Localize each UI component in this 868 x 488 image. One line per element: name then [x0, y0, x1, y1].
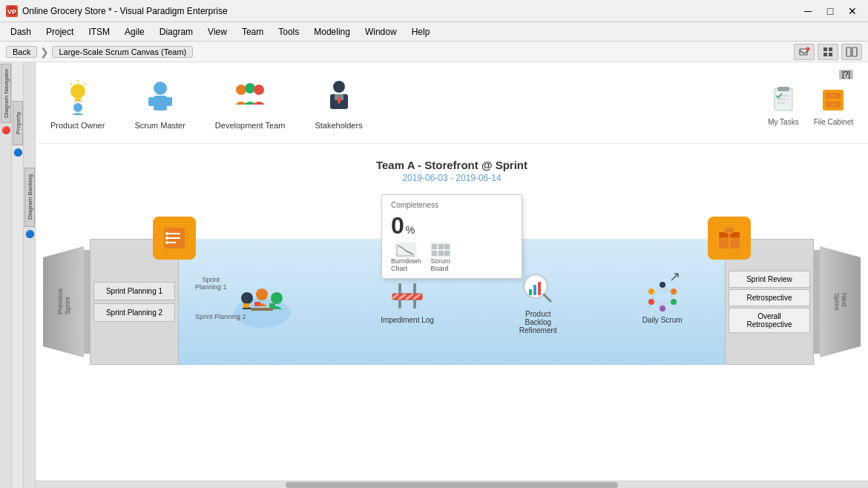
menu-project[interactable]: Project — [39, 25, 81, 39]
sprint-review-label: Sprint Review — [746, 275, 792, 283]
svg-rect-67 — [269, 303, 275, 308]
svg-point-17 — [154, 82, 167, 95]
sprint-review-box[interactable]: Sprint Review — [729, 271, 810, 288]
maximize-button[interactable]: □ — [821, 4, 840, 19]
svg-line-16 — [84, 83, 85, 85]
scrum-board-label: ScrumBoard — [431, 257, 450, 272]
file-cabinet-item[interactable]: File Cabinet — [814, 85, 853, 126]
diagram-backlog-tab[interactable]: Diagram Backlog — [24, 168, 35, 227]
scrollbar-thumb[interactable] — [286, 482, 619, 488]
svg-rect-78 — [413, 300, 416, 309]
svg-line-94 — [662, 300, 671, 306]
my-tasks-item[interactable]: My Tasks — [768, 85, 799, 126]
property-tab[interactable]: Property — [13, 101, 23, 145]
left-trophy-icon[interactable] — [153, 217, 196, 260]
menu-help[interactable]: Help — [404, 25, 438, 39]
development-team-item[interactable]: Development Team — [215, 76, 286, 130]
back-button[interactable]: Back — [6, 46, 37, 58]
svg-rect-20 — [166, 97, 172, 106]
scrum-master-item[interactable]: Scrum Master — [134, 76, 185, 130]
title-bar-controls[interactable]: ─ □ ✕ — [798, 4, 862, 19]
retrospective-box[interactable]: Retrospective — [729, 289, 810, 306]
menu-itsm[interactable]: ITSM — [81, 25, 117, 39]
development-team-label: Development Team — [215, 121, 286, 130]
burndown-label: BurndownChart — [391, 257, 421, 272]
previous-sprint-section: PreviousSprint — [43, 239, 90, 365]
sprint-canvas: Team A - Storefront @ Sprint 2019-06-03 … — [36, 144, 868, 481]
completeness-value-row: 0 % — [391, 212, 513, 240]
sprint-date: 2019-06-03 - 2019-06-14 — [402, 173, 501, 183]
scrum-board-item[interactable]: ScrumBoard — [430, 243, 451, 272]
close-button[interactable]: ✕ — [843, 4, 862, 19]
svg-line-97 — [654, 288, 662, 293]
svg-rect-83 — [538, 282, 541, 295]
property-icon[interactable]: 🔵 — [13, 148, 22, 156]
svg-rect-5 — [829, 47, 832, 51]
svg-rect-8 — [846, 47, 851, 56]
svg-rect-44 — [444, 244, 450, 249]
menu-tools[interactable]: Tools — [271, 25, 306, 39]
scrum-master-svg — [139, 76, 181, 118]
completeness-unit: % — [406, 224, 415, 236]
completeness-card: Completeness 0 % B — [381, 194, 522, 279]
menu-diagram[interactable]: Diagram — [152, 25, 200, 39]
sprint-planning-2-box[interactable]: Sprint Planning 2 — [93, 303, 175, 322]
layout-icon — [846, 46, 858, 58]
horizontal-scrollbar[interactable] — [36, 481, 868, 488]
layout-button[interactable] — [841, 44, 862, 60]
title-bar: VP Online Grocery Store * - Visual Parad… — [0, 0, 868, 22]
svg-rect-4 — [823, 47, 827, 51]
menu-window[interactable]: Window — [358, 25, 404, 39]
nav-icon-1[interactable]: 🔴 — [1, 126, 10, 134]
svg-rect-82 — [533, 285, 536, 295]
daily-scrum-item[interactable]: Daily Scrum — [642, 280, 683, 324]
completeness-title: Completeness — [391, 201, 513, 209]
right-trophy-icon[interactable] — [708, 217, 751, 260]
cursor-indicator: ↗ — [669, 268, 680, 285]
grid-button[interactable] — [818, 44, 838, 60]
impediment-log-item[interactable]: Impediment Log — [381, 280, 434, 324]
svg-rect-7 — [829, 53, 832, 56]
svg-point-23 — [254, 85, 264, 95]
my-tasks-icon — [769, 85, 798, 115]
svg-rect-64 — [251, 308, 273, 311]
svg-rect-47 — [444, 251, 450, 256]
burndown-chart-item[interactable]: BurndownChart — [391, 243, 421, 272]
svg-rect-18 — [154, 96, 167, 111]
team-working-svg — [228, 272, 295, 332]
product-owner-item[interactable]: Product Owner — [50, 76, 105, 130]
help-badge[interactable]: [?] — [839, 70, 853, 79]
stakeholders-item[interactable]: Stakeholders — [315, 76, 362, 130]
menu-dash[interactable]: Dash — [3, 25, 39, 39]
scrum-master-icon — [139, 76, 181, 118]
svg-point-22 — [245, 83, 255, 93]
svg-point-3 — [806, 47, 810, 50]
svg-point-52 — [165, 232, 168, 235]
file-cabinet-label: File Cabinet — [814, 118, 853, 126]
svg-line-15 — [70, 83, 72, 85]
svg-rect-46 — [438, 251, 444, 256]
diagram-navigator-tab[interactable]: Diagram Navigator — [1, 64, 11, 123]
menu-modeling[interactable]: Modeling — [306, 25, 358, 39]
minimize-button[interactable]: ─ — [798, 4, 818, 19]
svg-line-84 — [544, 294, 550, 301]
svg-rect-65 — [243, 303, 249, 308]
svg-point-13 — [73, 103, 82, 112]
product-owner-icon — [57, 76, 99, 118]
product-owner-svg — [57, 76, 99, 118]
svg-rect-81 — [529, 289, 532, 295]
menu-agile[interactable]: Agile — [117, 25, 152, 39]
svg-rect-45 — [432, 251, 437, 256]
menu-view[interactable]: View — [200, 25, 234, 39]
retrospective-label: Retrospective — [746, 294, 792, 302]
impediment-log-icon — [391, 280, 424, 313]
content-area: Product Owner Scrum Master — [36, 62, 868, 488]
menu-team[interactable]: Team — [234, 25, 271, 39]
sprint-planning-1-box[interactable]: Sprint Planning 1 — [93, 282, 175, 300]
overall-retrospective-box[interactable]: OverallRetrospective — [729, 308, 810, 333]
notify-button[interactable] — [794, 44, 815, 60]
completeness-number: 0 — [391, 212, 404, 240]
backlog-icon[interactable]: 🔵 — [25, 230, 34, 238]
burndown-chart-icon — [395, 243, 416, 257]
product-backlog-refinement-item[interactable]: ProductBacklogRefinement — [519, 270, 557, 334]
